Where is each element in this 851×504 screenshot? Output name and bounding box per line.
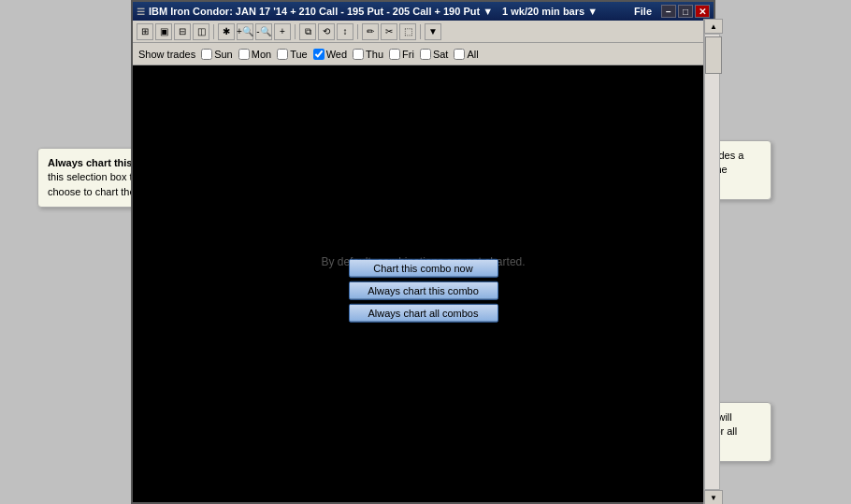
scroll-up-button[interactable]: ▲ (704, 19, 723, 34)
tool-layers[interactable]: ⧉ (299, 23, 316, 40)
tool-zoom-out[interactable]: -🔍 (255, 23, 272, 40)
tool-cursor[interactable]: ✱ (218, 23, 235, 40)
maximize-button[interactable]: □ (678, 5, 693, 18)
tool-dropdown[interactable]: ▼ (425, 23, 441, 40)
checkbox-wed[interactable] (313, 49, 325, 60)
tool-split[interactable]: ◫ (193, 23, 209, 40)
scrollbar: ▲ ▼ (703, 19, 720, 504)
main-window: ☰ IBM Iron Condor: JAN 17 '14 + 210 Call… (131, 0, 715, 504)
day-tue[interactable]: Tue (277, 49, 308, 60)
sep3 (357, 24, 358, 39)
day-wed[interactable]: Wed (313, 49, 347, 60)
toolbar: ⊞ ▣ ⊟ ◫ ✱ +🔍 -🔍 + ⧉ ⟲ ↕ ✏ ✂ ⬚ ▼ (133, 21, 714, 43)
label-fri: Fri (402, 49, 414, 60)
checkbox-sat[interactable] (420, 49, 431, 60)
checkbox-thu[interactable] (353, 49, 364, 60)
sep1 (213, 24, 214, 39)
show-trades-bar: Show trades Sun Mon Tue Wed Thu Fri Sat (133, 43, 714, 65)
day-sat[interactable]: Sat (420, 49, 449, 60)
tool-grid[interactable]: ⊞ (137, 23, 153, 40)
day-mon[interactable]: Mon (238, 49, 271, 60)
scroll-down-button[interactable]: ▼ (704, 490, 723, 504)
tool-rect[interactable]: ⬚ (399, 23, 416, 40)
sep4 (420, 24, 421, 39)
label-tue: Tue (290, 49, 308, 60)
scroll-thumb[interactable] (705, 36, 722, 74)
window-title: IBM Iron Condor: JAN 17 '14 + 210 Call -… (149, 6, 493, 17)
timeframe-label[interactable]: 1 wk/20 min bars ▼ (502, 6, 598, 17)
tool-resize[interactable]: ↕ (337, 23, 353, 40)
tool-box[interactable]: ▣ (155, 23, 172, 40)
day-sun[interactable]: Sun (201, 49, 233, 60)
always-chart-this-button[interactable]: Always chart this combo (349, 281, 498, 299)
chart-buttons: Chart this combo now Always chart this c… (349, 258, 498, 322)
minimize-button[interactable]: − (661, 5, 676, 18)
label-mon: Mon (252, 49, 271, 60)
tool-zoom-in[interactable]: +🔍 (237, 23, 253, 40)
title-bar-left: ☰ IBM Iron Condor: JAN 17 '14 + 210 Call… (137, 6, 598, 17)
tool-rotate[interactable]: ⟲ (318, 23, 335, 40)
always-chart-all-button[interactable]: Always chart all combos (349, 303, 498, 322)
sep2 (295, 24, 296, 39)
tool-cut[interactable]: ✂ (381, 23, 397, 40)
chart-area: By default, combinations are not charted… (133, 65, 714, 502)
checkbox-tue[interactable] (277, 49, 288, 60)
tool-crosshair[interactable]: + (274, 23, 291, 40)
title-bar-right: File − □ ✕ (634, 5, 710, 18)
label-all: All (467, 49, 478, 60)
day-all[interactable]: All (454, 49, 478, 60)
tool-table[interactable]: ⊟ (174, 23, 191, 40)
checkbox-all[interactable] (454, 49, 465, 60)
show-trades-label: Show trades (138, 49, 195, 60)
checkbox-fri[interactable] (389, 49, 400, 60)
chart-now-button[interactable]: Chart this combo now (349, 258, 498, 277)
close-button[interactable]: ✕ (695, 5, 710, 18)
title-bar: ☰ IBM Iron Condor: JAN 17 '14 + 210 Call… (133, 2, 714, 21)
day-thu[interactable]: Thu (353, 49, 383, 60)
label-thu: Thu (366, 49, 383, 60)
label-sat: Sat (433, 49, 449, 60)
label-wed: Wed (326, 49, 347, 60)
app-icon: ☰ (137, 7, 145, 17)
file-menu[interactable]: File (634, 6, 652, 17)
scroll-track (704, 34, 720, 490)
label-sun: Sun (214, 49, 233, 60)
tool-pen[interactable]: ✏ (362, 23, 379, 40)
checkbox-mon[interactable] (238, 49, 250, 60)
day-fri[interactable]: Fri (389, 49, 414, 60)
checkbox-sun[interactable] (201, 49, 212, 60)
